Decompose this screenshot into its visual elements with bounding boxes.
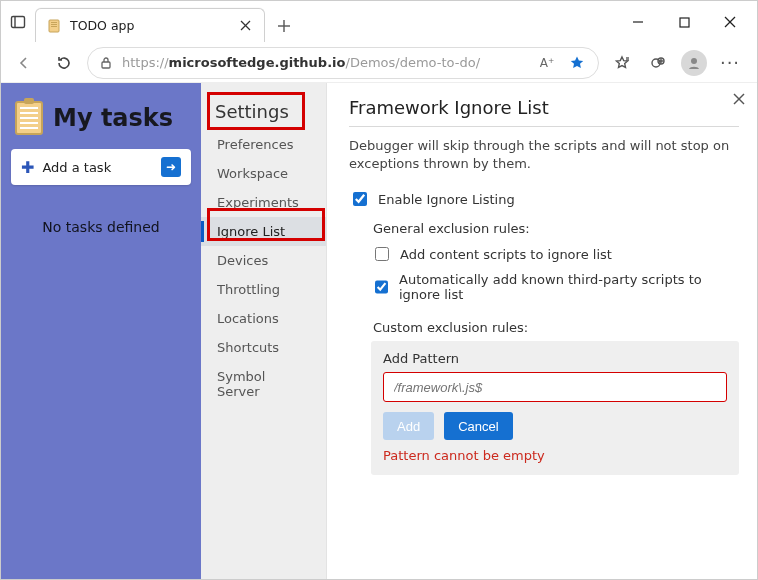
add-button[interactable]: Add: [383, 412, 434, 440]
svg-rect-11: [680, 18, 689, 27]
svg-rect-5: [51, 26, 57, 27]
favorite-star-icon[interactable]: [566, 55, 588, 71]
titlebar: TODO app: [1, 1, 757, 43]
tab-actions-icon[interactable]: [1, 1, 35, 43]
favicon-clipboard-icon: [46, 18, 62, 34]
plus-icon: ✚: [21, 158, 34, 177]
divider: [349, 126, 739, 127]
sidebar-item-ignore-list[interactable]: Ignore List: [201, 217, 326, 246]
content-area: My tasks ✚ Add a task ➜ No tasks defined…: [1, 83, 757, 580]
reader-mode-icon[interactable]: A⁺: [536, 56, 558, 70]
url-text: https://microsoftedge.github.io/Demos/de…: [122, 55, 528, 70]
address-bar[interactable]: https://microsoftedge.github.io/Demos/de…: [87, 47, 599, 79]
svg-rect-14: [102, 62, 110, 68]
general-rules-heading: General exclusion rules:: [373, 221, 739, 236]
enable-ignore-label: Enable Ignore Listing: [378, 192, 515, 207]
sidebar-item-preferences[interactable]: Preferences: [201, 130, 326, 159]
tab-title: TODO app: [70, 18, 228, 33]
rule-third-party-row[interactable]: Automatically add known third-party scri…: [371, 272, 739, 302]
custom-rules-box: Add Pattern Add Cancel Pattern cannot be…: [371, 341, 739, 475]
panel-title: Framework Ignore List: [349, 97, 739, 118]
sidebar-item-shortcuts[interactable]: Shortcuts: [201, 333, 326, 362]
page-title: My tasks: [53, 104, 173, 132]
maximize-button[interactable]: [661, 8, 707, 36]
browser-tab[interactable]: TODO app: [35, 8, 265, 42]
custom-rules-heading: Custom exclusion rules:: [373, 320, 739, 335]
refresh-button[interactable]: [47, 48, 81, 78]
favorites-icon[interactable]: [605, 48, 639, 78]
toolbar-right: ···: [605, 48, 747, 78]
app-title-row: My tasks: [11, 97, 191, 149]
close-tab-icon[interactable]: [236, 17, 254, 35]
rule-third-party-label: Automatically add known third-party scri…: [399, 272, 739, 302]
settings-heading: Settings: [201, 95, 326, 130]
tab-strip: TODO app: [1, 1, 299, 43]
settings-sidebar: Settings Preferences Workspace Experimen…: [201, 83, 327, 580]
add-task-input[interactable]: ✚ Add a task ➜: [11, 149, 191, 185]
add-pattern-label: Add Pattern: [383, 351, 727, 366]
svg-rect-3: [51, 22, 57, 23]
sidebar-item-devices[interactable]: Devices: [201, 246, 326, 275]
todo-app-pane: My tasks ✚ Add a task ➜ No tasks defined: [1, 83, 201, 580]
enable-ignore-checkbox[interactable]: [353, 192, 367, 206]
sidebar-item-throttling[interactable]: Throttling: [201, 275, 326, 304]
clipboard-icon: [15, 101, 43, 135]
pattern-input[interactable]: [383, 372, 727, 402]
lock-icon: [98, 56, 114, 70]
cancel-button[interactable]: Cancel: [444, 412, 512, 440]
window-controls: [615, 1, 753, 43]
submit-task-icon[interactable]: ➜: [161, 157, 181, 177]
back-button[interactable]: [7, 48, 41, 78]
settings-nav: Preferences Workspace Experiments Ignore…: [201, 130, 326, 406]
close-panel-icon[interactable]: [733, 93, 745, 108]
browser-toolbar: https://microsoftedge.github.io/Demos/de…: [1, 43, 757, 83]
svg-point-19: [691, 58, 697, 64]
sidebar-item-locations[interactable]: Locations: [201, 304, 326, 333]
profile-avatar[interactable]: [677, 48, 711, 78]
more-menu-icon[interactable]: ···: [713, 48, 747, 78]
sidebar-item-experiments[interactable]: Experiments: [201, 188, 326, 217]
svg-rect-4: [51, 24, 57, 25]
rule-content-scripts-checkbox[interactable]: [375, 247, 389, 261]
empty-state-text: No tasks defined: [11, 219, 191, 235]
svg-rect-0: [12, 17, 25, 28]
add-task-label: Add a task: [42, 160, 111, 175]
panel-description: Debugger will skip through the scripts a…: [349, 137, 739, 173]
rule-content-scripts-row[interactable]: Add content scripts to ignore list: [371, 244, 739, 264]
enable-ignore-checkbox-row[interactable]: Enable Ignore Listing: [349, 189, 739, 209]
rule-third-party-checkbox[interactable]: [375, 280, 388, 294]
sidebar-item-workspace[interactable]: Workspace: [201, 159, 326, 188]
error-message: Pattern cannot be empty: [383, 448, 727, 463]
collections-icon[interactable]: [641, 48, 675, 78]
rule-content-scripts-label: Add content scripts to ignore list: [400, 247, 612, 262]
new-tab-button[interactable]: [269, 11, 299, 41]
close-window-button[interactable]: [707, 8, 753, 36]
minimize-button[interactable]: [615, 8, 661, 36]
sidebar-item-symbol-server[interactable]: Symbol Server: [201, 362, 326, 406]
settings-panel: Framework Ignore List Debugger will skip…: [327, 83, 757, 580]
